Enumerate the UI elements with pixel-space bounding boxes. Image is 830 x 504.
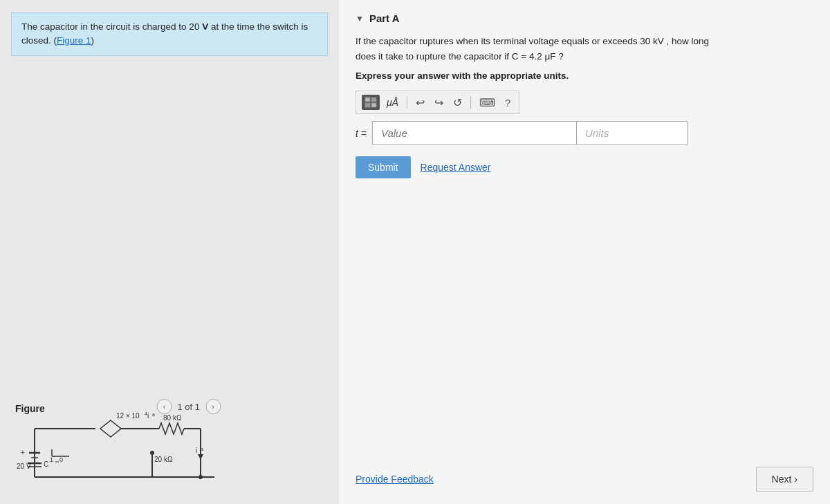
svg-text:a: a bbox=[152, 412, 155, 417]
svg-text:i: i bbox=[196, 447, 197, 454]
left-panel: The capacitor in the circuit is charged … bbox=[0, 0, 339, 504]
svg-text:12 × 10: 12 × 10 bbox=[116, 412, 140, 420]
answer-toolbar: μÅ ↩ ↪ ↺ ⌨ ? bbox=[356, 91, 519, 114]
units-dropdown[interactable]: Units bbox=[577, 121, 688, 145]
redo-icon[interactable]: ↪ bbox=[432, 96, 446, 109]
submit-button[interactable]: Submit bbox=[356, 156, 411, 178]
bottom-row: Provide Feedback Next › bbox=[356, 467, 813, 492]
value-input[interactable] bbox=[372, 121, 577, 145]
svg-point-33 bbox=[150, 451, 154, 455]
svg-text:i: i bbox=[147, 412, 149, 420]
next-label: Next bbox=[772, 474, 792, 485]
svg-marker-4 bbox=[100, 420, 121, 437]
keyboard-icon[interactable]: ⌨ bbox=[477, 96, 498, 109]
figure-link[interactable]: Figure 1 bbox=[57, 35, 91, 46]
question-text: If the capacitor ruptures when its termi… bbox=[356, 34, 813, 64]
svg-text:20 kΩ: 20 kΩ bbox=[154, 456, 173, 463]
svg-text:80 kΩ: 80 kΩ bbox=[163, 414, 182, 422]
question-line2: does it take to rupture the capacitor if… bbox=[356, 51, 564, 62]
svg-text:+: + bbox=[21, 449, 25, 456]
problem-statement-text: The capacitor in the circuit is charged … bbox=[21, 21, 308, 46]
help-icon[interactable]: ? bbox=[502, 97, 513, 109]
mu-icon[interactable]: μÅ bbox=[384, 95, 401, 109]
question-line1: If the capacitor ruptures when its termi… bbox=[356, 36, 709, 46]
t-label: t = bbox=[356, 121, 367, 145]
svg-marker-17 bbox=[198, 454, 203, 460]
matrix-icon[interactable] bbox=[362, 95, 380, 110]
circuit-diagram: 12 × 10 4 i a 80 kΩ i a 1 bbox=[14, 387, 235, 497]
express-text: Express your answer with the appropriate… bbox=[356, 71, 813, 81]
svg-text:0: 0 bbox=[59, 456, 63, 463]
part-title: Part A bbox=[369, 12, 400, 24]
refresh-icon[interactable]: ↺ bbox=[450, 96, 465, 109]
right-panel: ▼ Part A If the capacitor ruptures when … bbox=[339, 0, 830, 504]
toolbar-separator-2 bbox=[470, 96, 471, 109]
problem-statement-box: The capacitor in the circuit is charged … bbox=[11, 12, 328, 56]
provide-feedback-link[interactable]: Provide Feedback bbox=[356, 474, 434, 485]
answer-row: t = Units bbox=[356, 121, 688, 145]
part-collapse-icon[interactable]: ▼ bbox=[356, 14, 364, 24]
toolbar-separator-1 bbox=[407, 96, 407, 109]
svg-text:C: C bbox=[44, 460, 48, 468]
svg-rect-39 bbox=[371, 97, 376, 102]
button-row: Submit Request Answer bbox=[356, 156, 813, 178]
request-answer-link[interactable]: Request Answer bbox=[421, 162, 491, 173]
next-button[interactable]: Next › bbox=[756, 467, 813, 492]
next-chevron-icon: › bbox=[794, 474, 797, 485]
undo-icon[interactable]: ↩ bbox=[413, 96, 427, 109]
part-header: ▼ Part A bbox=[356, 12, 813, 24]
svg-text:1: 1 bbox=[50, 456, 53, 463]
svg-rect-38 bbox=[365, 97, 370, 102]
units-placeholder: Units bbox=[585, 127, 609, 139]
svg-rect-40 bbox=[365, 103, 370, 107]
svg-rect-41 bbox=[371, 103, 376, 107]
